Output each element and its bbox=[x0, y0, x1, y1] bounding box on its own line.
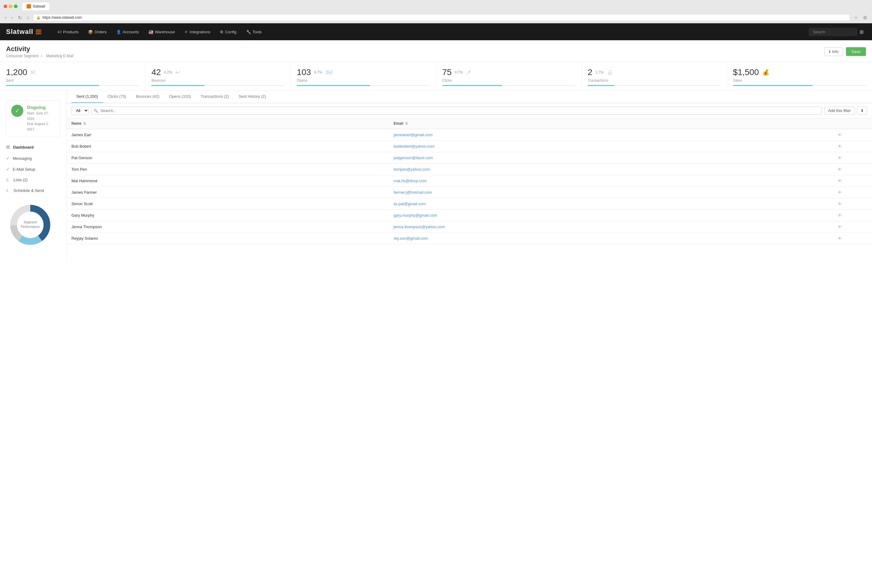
view-icon-2[interactable]: 👁 bbox=[837, 155, 842, 160]
view-icon-4[interactable]: 👁 bbox=[837, 178, 842, 183]
sidebar-item-lists[interactable]: 3. Lists (2) bbox=[0, 175, 66, 185]
stat-bounces-bar bbox=[151, 85, 284, 86]
view-icon-8[interactable]: 👁 bbox=[837, 224, 842, 230]
nav-item-integrations[interactable]: ⚛ Integrations bbox=[180, 27, 214, 37]
tab-bounces[interactable]: Bounces (42) bbox=[131, 90, 164, 103]
settings-button[interactable]: ⚙ bbox=[862, 14, 868, 21]
browser-chrome: Slatwall ‹ › ↻ ⌂ 🔒 https://www.slatwall.… bbox=[0, 0, 872, 23]
sidebar-item-dashboard[interactable]: ⊞ Dashboard bbox=[0, 141, 66, 153]
stat-bounces-pct: 4.2% bbox=[164, 70, 172, 75]
nav-item-warehouse[interactable]: 🏭 Warehouse bbox=[144, 27, 179, 37]
sidebar: ✓ Ongoing Start: June 27, 2016 End: Augu… bbox=[0, 90, 67, 260]
tab-sent[interactable]: Sent (1,200) bbox=[71, 90, 103, 103]
cell-email-0: jamesearl@gmail.com bbox=[389, 129, 807, 141]
integrations-icon: ⚛ bbox=[184, 30, 188, 34]
stat-clicks-value: 75 bbox=[442, 68, 452, 77]
cell-name-3: Tom Pen bbox=[67, 164, 389, 175]
nav-item-products[interactable]: 🏷 Products bbox=[53, 27, 83, 37]
filter-search-input[interactable] bbox=[91, 106, 822, 115]
filter-all-select[interactable]: All bbox=[71, 106, 89, 115]
brand-text: Slatwall bbox=[6, 28, 33, 36]
cell-email-8: jenna.thompson@yahoo.com bbox=[389, 221, 807, 233]
tab-opens[interactable]: Opens (103) bbox=[164, 90, 195, 103]
email-link-3[interactable]: tompen@yahoo.com bbox=[394, 167, 430, 172]
nav-search-input[interactable] bbox=[809, 28, 857, 36]
view-icon-0[interactable]: 👁 bbox=[837, 132, 842, 137]
svg-text:Performance: Performance bbox=[21, 225, 40, 228]
status-card: ✓ Ongoing Start: June 27, 2016 End: Augu… bbox=[6, 100, 60, 136]
sidebar-item-messaging[interactable]: ✓ Messaging bbox=[0, 153, 66, 164]
brand-logo[interactable]: Slatwall bbox=[6, 28, 41, 36]
minimize-dot[interactable] bbox=[9, 4, 12, 8]
cell-name-4: Mat Hammond bbox=[67, 175, 389, 187]
warehouse-icon: 🏭 bbox=[148, 30, 153, 34]
info-button[interactable]: ℹ Info bbox=[824, 47, 843, 56]
home-button[interactable]: ⌂ bbox=[26, 14, 31, 21]
view-icon-3[interactable]: 👁 bbox=[837, 167, 842, 172]
chart-area: Segment Performance bbox=[0, 196, 66, 255]
cell-email-7: gary.murphy@gmail.com bbox=[389, 210, 807, 221]
email-link-0[interactable]: jamesearl@gmail.com bbox=[394, 132, 433, 137]
nav-item-config[interactable]: ⚙ Config bbox=[216, 27, 241, 37]
stat-clicks-label: Clicks bbox=[442, 78, 575, 82]
url-text: https://www.slatwall.com bbox=[42, 15, 82, 20]
col-header-name[interactable]: Name ⇅ bbox=[67, 118, 389, 129]
nav-item-tools[interactable]: 🔧 Tools bbox=[242, 27, 266, 37]
email-link-5[interactable]: farmer.j@hotmail.com bbox=[394, 190, 432, 195]
maximize-dot[interactable] bbox=[14, 4, 18, 8]
back-button[interactable]: ‹ bbox=[4, 14, 8, 21]
email-link-2[interactable]: patgenson@fasol.com bbox=[394, 156, 433, 160]
sidebar-item-email-setup[interactable]: ✓ E-Mail Setup bbox=[0, 164, 66, 175]
stat-sales-bar bbox=[733, 85, 866, 86]
send-stat-icon: ✉ bbox=[30, 69, 35, 76]
address-bar[interactable]: 🔒 https://www.slatwall.com bbox=[33, 14, 850, 21]
sidebar-item-schedule-send[interactable]: 4. Schedule & Send bbox=[0, 185, 66, 196]
nav-item-orders[interactable]: 📦 Orders bbox=[84, 27, 111, 37]
tab-transactions[interactable]: Transactions (2) bbox=[196, 90, 234, 103]
content-area: ✓ Ongoing Start: June 27, 2016 End: Augu… bbox=[0, 90, 872, 260]
table-row: Tom Pen tompen@yahoo.com 👁 bbox=[67, 164, 872, 175]
table-row: James Farmer farmer.j@hotmail.com 👁 bbox=[67, 187, 872, 198]
table-row: Mat Hammond mat.hs@dncp.com 👁 bbox=[67, 175, 872, 187]
bookmark-button[interactable]: ☆ bbox=[852, 14, 859, 21]
forward-button[interactable]: › bbox=[10, 14, 14, 21]
save-button[interactable]: Save bbox=[846, 47, 866, 56]
email-link-4[interactable]: mat.hs@dncp.com bbox=[394, 178, 427, 183]
email-link-8[interactable]: jenna.thompson@yahoo.com bbox=[394, 225, 445, 229]
browser-titlebar: Slatwall bbox=[4, 2, 868, 10]
emailsetup-check-icon: ✓ bbox=[6, 167, 10, 172]
email-link-1[interactable]: bobbobert@yahoo.com bbox=[394, 144, 434, 148]
breadcrumb-parent[interactable]: Consumer Segment bbox=[6, 54, 38, 58]
view-icon-9[interactable]: 👁 bbox=[837, 236, 842, 241]
close-dot[interactable] bbox=[4, 4, 7, 8]
tab-clicks[interactable]: Clicks (75) bbox=[103, 90, 131, 103]
view-icon-6[interactable]: 👁 bbox=[837, 201, 842, 206]
table-row: Gary Murphy gary.murphy@gmail.com 👁 bbox=[67, 210, 872, 221]
lists-number: 3. bbox=[6, 178, 9, 182]
view-icon-1[interactable]: 👁 bbox=[837, 144, 842, 149]
refresh-button[interactable]: ↻ bbox=[17, 14, 23, 21]
email-link-6[interactable]: ss.pal@gmail.com bbox=[394, 201, 426, 206]
stat-sent-value: 1,200 bbox=[6, 68, 27, 77]
accounts-icon: 👤 bbox=[116, 30, 121, 34]
cell-actions-2: 👁 bbox=[807, 152, 872, 164]
stat-clicks: 75 9.7% ↗ Clicks bbox=[436, 62, 582, 90]
page-actions: ℹ Info Save bbox=[824, 47, 866, 56]
download-button[interactable]: ⬇ bbox=[857, 106, 867, 115]
svg-text:Segment: Segment bbox=[24, 220, 37, 224]
tab-sent-history[interactable]: Sent History (2) bbox=[234, 90, 271, 103]
cell-actions-8: 👁 bbox=[807, 221, 872, 233]
email-link-9[interactable]: rey.sun@gmail.com bbox=[394, 236, 428, 241]
view-icon-7[interactable]: 👁 bbox=[837, 213, 842, 218]
schedule-number: 4. bbox=[6, 188, 9, 193]
name-sort-icon: ⇅ bbox=[83, 122, 86, 125]
add-filter-button[interactable]: Add this filter bbox=[824, 106, 855, 115]
stat-sent-bar bbox=[6, 85, 139, 86]
email-link-7[interactable]: gary.murphy@gmail.com bbox=[394, 213, 437, 218]
view-icon-5[interactable]: 👁 bbox=[837, 190, 842, 195]
nav-item-accounts[interactable]: 👤 Accounts bbox=[112, 27, 143, 37]
col-header-email[interactable]: Email ⇅ bbox=[389, 118, 807, 129]
nav-extra-button[interactable]: ⊞ bbox=[857, 28, 866, 36]
download-icon: ⬇ bbox=[860, 108, 864, 113]
browser-tab[interactable]: Slatwall bbox=[23, 2, 50, 10]
